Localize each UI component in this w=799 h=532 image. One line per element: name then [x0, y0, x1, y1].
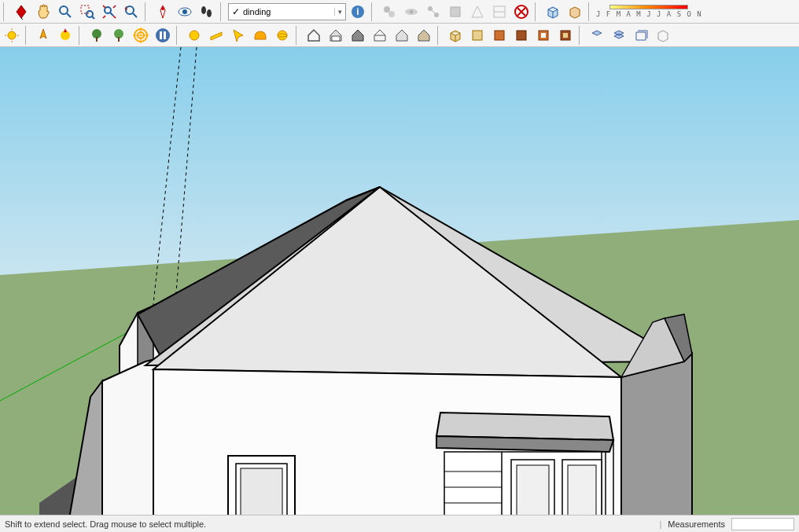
svg-point-54: [278, 31, 287, 40]
house-box-icon[interactable]: [326, 25, 346, 46]
layer-visibility-check-icon: ✓: [232, 6, 240, 17]
zoom-icon[interactable]: [55, 2, 75, 22]
separator: [535, 2, 539, 21]
sphere2-icon[interactable]: [272, 25, 293, 46]
zoom-previous-icon[interactable]: [121, 2, 142, 22]
svg-marker-53: [234, 30, 243, 42]
svg-point-2: [60, 6, 68, 14]
top-view-icon[interactable]: [467, 25, 488, 46]
viewport-3d[interactable]: [0, 47, 799, 532]
pan-hand-icon[interactable]: [33, 2, 53, 22]
proj1-icon[interactable]: [587, 25, 607, 46]
left-view-icon[interactable]: [555, 25, 576, 46]
plane-icon[interactable]: [206, 25, 226, 46]
house-tex-icon[interactable]: [414, 25, 434, 46]
svg-point-48: [156, 28, 170, 42]
layer-info-icon[interactable]: i: [348, 2, 368, 22]
sun-tool-icon[interactable]: [2, 25, 22, 46]
toolbar-row-1: ✓ dinding ▾ i J F M A M J J A S O N: [0, 0, 799, 24]
pause-icon[interactable]: [153, 25, 173, 46]
svg-rect-41: [96, 37, 98, 42]
separator: [579, 26, 584, 45]
svg-rect-56: [332, 36, 340, 41]
box2-tool-icon[interactable]: [565, 2, 585, 22]
svg-rect-59: [517, 31, 526, 40]
svg-point-11: [161, 7, 164, 10]
svg-rect-43: [118, 37, 120, 42]
house-solid-icon[interactable]: [348, 25, 368, 46]
svg-marker-39: [64, 28, 67, 32]
sphere-icon[interactable]: [184, 25, 204, 46]
position-camera-icon[interactable]: [153, 2, 173, 22]
separator: [145, 2, 149, 21]
layer-dropdown[interactable]: ✓ dinding ▾: [228, 3, 346, 20]
zoom-extents-icon[interactable]: [99, 2, 120, 22]
iso-icon[interactable]: [445, 25, 466, 46]
svg-marker-73: [102, 358, 161, 532]
delete-icon[interactable]: [511, 2, 532, 22]
separator: [437, 26, 442, 45]
status-hint: Shift to extend select. Drag mouse to se…: [5, 519, 206, 529]
svg-rect-50: [164, 31, 166, 39]
walk-icon[interactable]: [197, 2, 217, 22]
svg-point-7: [105, 7, 111, 13]
proj2-icon[interactable]: [609, 25, 629, 46]
separator: [176, 26, 181, 45]
month-gradient: J F M A M J J A S O N: [596, 5, 702, 18]
zoom-window-icon[interactable]: [77, 2, 98, 22]
svg-marker-52: [211, 32, 222, 40]
front-view-icon[interactable]: [489, 25, 510, 46]
measurements-label: Measurements: [668, 519, 725, 529]
svg-rect-63: [563, 33, 568, 38]
svg-point-32: [8, 31, 16, 39]
separator: [79, 26, 83, 45]
separator: [220, 2, 225, 21]
svg-point-5: [87, 11, 93, 17]
svg-rect-57: [473, 31, 482, 40]
section-icon[interactable]: [489, 2, 510, 22]
svg-rect-25: [451, 7, 460, 17]
separator: [296, 26, 300, 45]
tree1-icon[interactable]: [87, 25, 107, 46]
kite-tool-icon[interactable]: [11, 2, 31, 22]
svg-text:i: i: [356, 6, 359, 17]
north-icon[interactable]: [33, 25, 53, 46]
separator: [588, 2, 593, 21]
svg-point-9: [126, 6, 134, 14]
svg-line-8: [110, 13, 113, 16]
view-icon[interactable]: [467, 2, 488, 22]
svg-point-13: [182, 9, 187, 14]
house-open-icon[interactable]: [304, 25, 324, 46]
hardhat-icon[interactable]: [250, 25, 271, 46]
shadow-settings-icon[interactable]: [379, 2, 400, 22]
solar-north-icon[interactable]: [55, 25, 75, 46]
box-tool-icon[interactable]: [543, 2, 563, 22]
svg-point-19: [388, 11, 395, 17]
svg-marker-0: [17, 6, 26, 18]
fog-icon[interactable]: [401, 2, 422, 22]
svg-point-51: [190, 31, 199, 40]
measurements-input[interactable]: [731, 518, 794, 530]
status-separator: |: [659, 519, 661, 529]
cursor-icon[interactable]: [228, 25, 249, 46]
proj3-icon[interactable]: [631, 25, 651, 46]
tree2-icon[interactable]: [109, 25, 129, 46]
edge-style-icon[interactable]: [423, 2, 444, 22]
face-style-icon[interactable]: [445, 2, 466, 22]
proj4-icon[interactable]: [653, 25, 673, 46]
svg-line-1: [21, 18, 24, 20]
separator: [371, 2, 376, 21]
svg-line-3: [67, 13, 71, 17]
target-icon[interactable]: [131, 25, 151, 46]
svg-point-21: [410, 10, 413, 13]
right-view-icon[interactable]: [511, 25, 532, 46]
back-view-icon[interactable]: [533, 25, 554, 46]
svg-rect-58: [495, 31, 504, 40]
house-wire-icon[interactable]: [370, 25, 390, 46]
look-around-icon[interactable]: [175, 2, 195, 22]
svg-line-10: [133, 13, 137, 17]
svg-marker-26: [472, 6, 483, 17]
svg-line-24: [432, 10, 435, 13]
svg-point-18: [384, 6, 390, 13]
house-shaded-icon[interactable]: [392, 25, 412, 46]
